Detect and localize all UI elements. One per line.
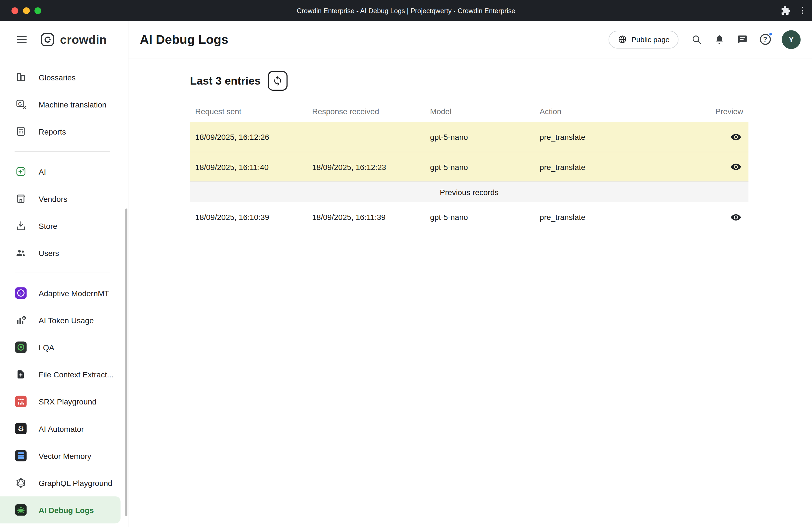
- crowdin-logo-text: crowdin: [60, 33, 107, 47]
- page-title: AI Debug Logs: [140, 32, 228, 47]
- sidebar-item-ai-token-usage[interactable]: AI Token Usage: [0, 306, 128, 334]
- page-header: AI Debug Logs Public page: [128, 21, 812, 58]
- machine-translation-icon: G: [15, 98, 27, 110]
- sidebar-item-reports[interactable]: Reports: [0, 118, 128, 145]
- public-page-label: Public page: [632, 35, 670, 44]
- preview-button[interactable]: [728, 210, 743, 224]
- eye-icon: [730, 161, 742, 172]
- help-button[interactable]: ?: [755, 29, 776, 50]
- sidebar-item-label: AI: [39, 167, 46, 176]
- window-zoom-button[interactable]: [34, 7, 41, 14]
- cell-action: pre_translate: [535, 132, 670, 141]
- sidebar-divider: [15, 273, 110, 273]
- screen: Crowdin Enterprise - AI Debug Logs | Pro…: [0, 0, 812, 527]
- cell-model: gpt-5-nano: [425, 132, 534, 141]
- cell-action: pre_translate: [535, 213, 670, 222]
- sidebar-item-label: File Context Extract...: [39, 370, 114, 379]
- sidebar-item-label: Glossaries: [39, 73, 75, 82]
- previous-records-label: Previous records: [440, 187, 498, 196]
- crowdin-logo-icon: [40, 32, 55, 47]
- public-page-button[interactable]: Public page: [609, 30, 679, 48]
- cell-model: gpt-5-nano: [425, 213, 534, 222]
- entries-heading: Last 3 entries: [190, 75, 261, 87]
- cell-response-received: 18/09/2025, 16:12:23: [307, 163, 425, 171]
- debug-logs-table: Request sent Response received Model Act…: [190, 100, 749, 232]
- sidebar-item-srx-playground[interactable]: SRX Playground: [0, 388, 128, 415]
- users-icon: [15, 246, 27, 259]
- sidebar-item-glossaries[interactable]: Glossaries: [0, 64, 128, 91]
- window-minimize-button[interactable]: [23, 7, 30, 14]
- previous-records-row[interactable]: Previous records: [190, 181, 749, 202]
- preview-button[interactable]: [728, 130, 743, 144]
- sidebar: crowdin Glossaries: [0, 21, 128, 527]
- preview-button[interactable]: [728, 160, 743, 174]
- sidebar-item-label: AI Debug Logs: [39, 506, 94, 514]
- main-panel: AI Debug Logs Public page: [128, 21, 812, 527]
- svg-text:G: G: [18, 101, 22, 107]
- sidebar-scrollbar[interactable]: [125, 209, 127, 516]
- graphql-icon: [15, 477, 27, 489]
- messages-button[interactable]: [732, 29, 753, 50]
- log-row: 18/09/2025, 16:12:26 gpt-5-nano pre_tran…: [190, 122, 749, 152]
- sidebar-item-machine-translation[interactable]: G Machine translation: [0, 91, 128, 118]
- cell-request-sent: 18/09/2025, 16:11:40: [190, 163, 307, 171]
- refresh-button[interactable]: [268, 71, 288, 91]
- vector-memory-icon: [15, 449, 27, 462]
- globe-icon: [617, 34, 627, 44]
- sidebar-item-ai-automator[interactable]: ⚙ AI Automator: [0, 415, 128, 442]
- user-avatar[interactable]: Y: [782, 30, 800, 48]
- cell-request-sent: 18/09/2025, 16:12:26: [190, 132, 307, 141]
- sidebar-item-vector-memory[interactable]: Vector Memory: [0, 442, 128, 469]
- window-titlebar: Crowdin Enterprise - AI Debug Logs | Pro…: [0, 0, 812, 21]
- sidebar-item-label: Adaptive ModernMT: [39, 289, 109, 298]
- bell-icon: [714, 34, 725, 45]
- ai-sparkle-icon: [15, 165, 27, 178]
- adaptive-modernmt-icon: T: [15, 287, 27, 299]
- sidebar-item-ai[interactable]: AI: [0, 158, 128, 185]
- refresh-icon: [273, 76, 283, 86]
- window-controls: [12, 7, 41, 14]
- search-button[interactable]: [686, 29, 707, 50]
- table-header-row: Request sent Response received Model Act…: [190, 100, 749, 122]
- sidebar-item-adaptive-modernmt[interactable]: T Adaptive ModernMT: [0, 280, 128, 306]
- sidebar-item-file-context-extractor[interactable]: File Context Extract...: [0, 361, 128, 388]
- sidebar-item-vendors[interactable]: Vendors: [0, 185, 128, 212]
- bug-icon: [15, 503, 27, 516]
- cell-response-received: 18/09/2025, 16:11:39: [307, 213, 425, 222]
- notifications-button[interactable]: [709, 29, 729, 50]
- extensions-icon[interactable]: [781, 5, 791, 15]
- window-close-button[interactable]: [12, 7, 18, 14]
- sidebar-item-lqa[interactable]: LQA: [0, 334, 128, 361]
- sidebar-item-label: Users: [39, 249, 59, 257]
- log-row: 18/09/2025, 16:10:39 18/09/2025, 16:11:3…: [190, 202, 749, 232]
- sidebar-item-label: LQA: [39, 343, 54, 352]
- cell-action: pre_translate: [535, 163, 670, 171]
- sidebar-item-label: Store: [39, 221, 57, 230]
- sidebar-item-label: GraphQL Playground: [39, 479, 112, 487]
- lqa-icon: [15, 341, 27, 353]
- sidebar-item-label: SRX Playground: [39, 397, 97, 406]
- menu-toggle-button[interactable]: [16, 34, 28, 45]
- ai-automator-icon: ⚙: [15, 422, 27, 435]
- sidebar-item-label: Vendors: [39, 194, 67, 203]
- ai-token-usage-icon: [15, 314, 27, 326]
- column-header-model: Model: [425, 107, 534, 116]
- sidebar-item-label: Machine translation: [39, 100, 106, 109]
- file-context-icon: [15, 368, 27, 381]
- sidebar-nav: Glossaries G Machine translation: [0, 58, 128, 523]
- sidebar-item-users[interactable]: Users: [0, 239, 128, 266]
- sidebar-item-graphql-playground[interactable]: GraphQL Playground: [0, 469, 128, 496]
- srx-playground-icon: [15, 395, 27, 408]
- glossaries-icon: [15, 71, 27, 84]
- sidebar-item-label: AI Token Usage: [39, 316, 93, 325]
- window-title: Crowdin Enterprise - AI Debug Logs | Pro…: [297, 6, 515, 14]
- crowdin-logo[interactable]: crowdin: [40, 32, 107, 47]
- help-notification-dot: [768, 32, 773, 36]
- column-header-preview: Preview: [670, 107, 748, 116]
- sidebar-item-label: AI Automator: [39, 424, 84, 433]
- eye-icon: [730, 131, 742, 142]
- browser-menu-icon[interactable]: [800, 5, 805, 16]
- sidebar-item-ai-debug-logs[interactable]: AI Debug Logs: [0, 496, 120, 523]
- sidebar-item-store[interactable]: Store: [0, 212, 128, 239]
- cell-request-sent: 18/09/2025, 16:10:39: [190, 213, 307, 222]
